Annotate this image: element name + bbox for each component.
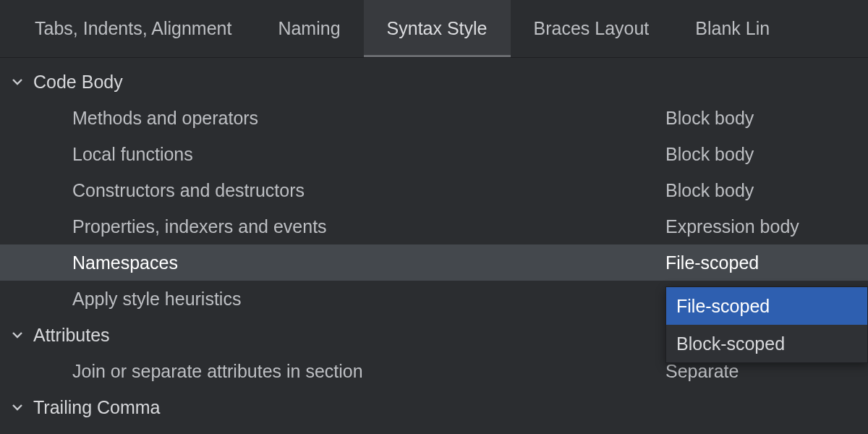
section-code-body[interactable]: Code Body: [0, 64, 868, 100]
row-value-select[interactable]: Block body: [665, 180, 868, 201]
namespaces-dropdown: File-scoped Block-scoped: [665, 286, 868, 363]
row-namespaces[interactable]: Namespaces File-scoped: [0, 244, 868, 281]
row-value-select[interactable]: Separate: [665, 361, 868, 382]
row-value-select[interactable]: Block body: [665, 108, 868, 129]
settings-content: Code Body Methods and operators Block bo…: [0, 58, 868, 425]
dropdown-option-file-scoped[interactable]: File-scoped: [666, 287, 867, 325]
row-label: Properties, indexers and events: [72, 216, 327, 237]
tabs-bar: Tabs, Indents, Alignment Naming Syntax S…: [0, 0, 868, 58]
tab-blank-lines[interactable]: Blank Lin: [672, 0, 793, 57]
row-value-select[interactable]: Block body: [665, 144, 868, 165]
section-trailing-comma[interactable]: Trailing Comma: [0, 389, 868, 425]
row-label: Namespaces: [72, 252, 178, 273]
row-value-select[interactable]: File-scoped: [665, 252, 868, 273]
chevron-down-icon: [9, 75, 26, 88]
row-local-functions[interactable]: Local functions Block body: [0, 136, 868, 172]
row-label: Join or separate attributes in section: [72, 361, 363, 382]
row-value-select[interactable]: Expression body: [665, 216, 868, 237]
section-title: Code Body: [33, 72, 123, 93]
row-methods-operators[interactable]: Methods and operators Block body: [0, 100, 868, 136]
row-label: Local functions: [72, 144, 193, 165]
row-label: Apply style heuristics: [72, 289, 241, 310]
tab-braces-layout[interactable]: Braces Layout: [511, 0, 673, 57]
chevron-down-icon: [9, 401, 26, 414]
section-title: Attributes: [33, 325, 110, 346]
row-label: Constructors and destructors: [72, 180, 305, 201]
tab-tabs-indents-alignment[interactable]: Tabs, Indents, Alignment: [0, 0, 255, 57]
row-properties-indexers-events[interactable]: Properties, indexers and events Expressi…: [0, 208, 868, 244]
tab-naming[interactable]: Naming: [255, 0, 363, 57]
row-constructors-destructors[interactable]: Constructors and destructors Block body: [0, 172, 868, 208]
dropdown-option-block-scoped[interactable]: Block-scoped: [666, 325, 867, 362]
tab-syntax-style[interactable]: Syntax Style: [364, 0, 511, 57]
row-label: Methods and operators: [72, 108, 258, 129]
chevron-down-icon: [9, 328, 26, 341]
section-title: Trailing Comma: [33, 397, 161, 418]
